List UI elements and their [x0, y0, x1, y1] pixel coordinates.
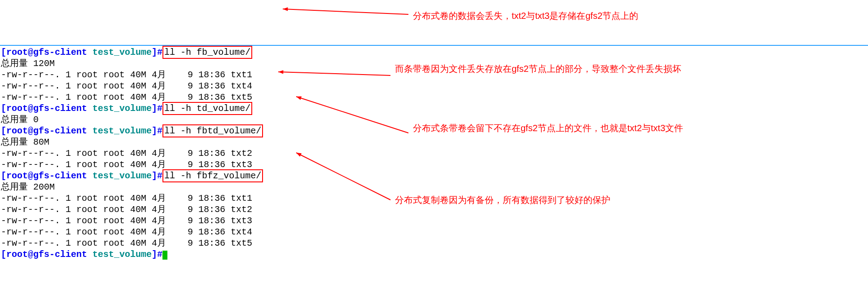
command-box: ll -h td_volume/ — [162, 102, 252, 115]
prompt-line: [root@gfs-client test_volume]#ll -h td_v… — [1, 103, 867, 114]
terminal-output: [root@gfs-client test_volume]#ll -h fb_v… — [0, 45, 868, 261]
arrow-icon — [277, 4, 414, 20]
total-line: 总用量 200M — [1, 181, 867, 193]
total-line: 总用量 80M — [1, 137, 867, 148]
file-row: -rw-r--r--. 1 root root 40M 4月 9 18:36 t… — [1, 92, 867, 103]
prompt-line: [root@gfs-client test_volume]#ll -h fbfz… — [1, 170, 867, 181]
cursor — [162, 251, 167, 260]
command-box: ll -h fbtd_volume/ — [162, 124, 263, 137]
command-box: ll -h fb_volume/ — [162, 46, 252, 59]
file-row: -rw-r--r--. 1 root root 40M 4月 9 18:36 t… — [1, 238, 867, 249]
file-row: -rw-r--r--. 1 root root 40M 4月 9 18:36 t… — [1, 226, 867, 238]
command-box: ll -h fbfz_volume/ — [162, 169, 263, 182]
svg-line-0 — [283, 9, 408, 14]
annotation-text: 分布式卷的数据会丢失，txt2与txt3是存储在gfs2节点上的 — [413, 10, 709, 22]
file-row: -rw-r--r--. 1 root root 40M 4月 9 18:36 t… — [1, 215, 867, 226]
file-row: -rw-r--r--. 1 root root 40M 4月 9 18:36 t… — [1, 80, 867, 92]
annotation-text: 分布式条带卷会留下不存在gfs2节点上的文件，也就是txt2与txt3文件 — [413, 122, 718, 134]
annotation-text: 分布式复制卷因为有备份，所有数据得到了较好的保护 — [395, 194, 709, 206]
prompt-line: [root@gfs-client test_volume]# — [1, 249, 867, 260]
svg-marker-1 — [283, 7, 288, 11]
file-row: -rw-r--r--. 1 root root 40M 4月 9 18:36 t… — [1, 148, 867, 159]
annotation-text: 而条带卷因为文件丢失存放在gfs2节点上的部分，导致整个文件丢失损坏 — [395, 63, 709, 75]
file-row: -rw-r--r--. 1 root root 40M 4月 9 18:36 t… — [1, 159, 867, 170]
prompt-line: [root@gfs-client test_volume]#ll -h fb_v… — [1, 47, 867, 58]
